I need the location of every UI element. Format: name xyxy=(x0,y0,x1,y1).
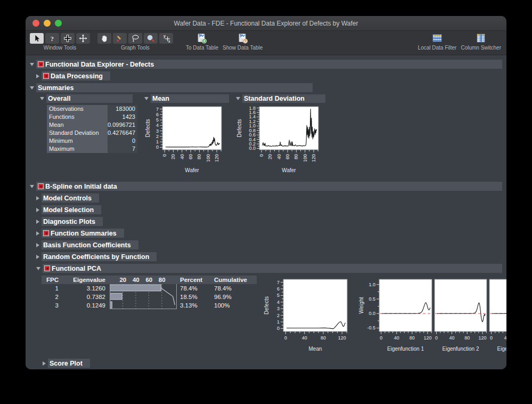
svg-text:3: 3 xyxy=(156,128,159,134)
brush-icon xyxy=(115,34,125,43)
outline-header-bspline[interactable]: B-Spline on Initial data xyxy=(36,182,502,191)
outline-header-score-plot[interactable]: Score Plot xyxy=(48,359,90,368)
disclosure-std-dev[interactable] xyxy=(236,97,240,100)
outline-header-random-coefficients[interactable]: Random Coefficients by Function xyxy=(42,252,157,261)
svg-text:4: 4 xyxy=(277,300,280,305)
svg-text:Wafer: Wafer xyxy=(185,167,199,173)
arrow-tool-button[interactable] xyxy=(30,33,44,44)
svg-text:20: 20 xyxy=(170,154,176,159)
overall-header[interactable]: Overall xyxy=(46,94,133,103)
disclosure-bspline[interactable] xyxy=(30,185,34,188)
overall-row-label: Functions xyxy=(47,113,108,121)
disclosure-model-selection[interactable] xyxy=(36,208,39,212)
red-triangle-menu-icon[interactable] xyxy=(44,265,50,271)
svg-text:5: 5 xyxy=(156,117,159,123)
lasso-tool-button[interactable] xyxy=(128,33,142,44)
outline-header-model-selection[interactable]: Model Selection xyxy=(42,205,101,214)
svg-text:80: 80 xyxy=(410,335,415,341)
red-triangle-menu-icon[interactable] xyxy=(43,230,49,236)
pca-table-cell: 78.4% xyxy=(178,285,212,292)
mean-header[interactable]: Mean xyxy=(151,94,229,103)
title-bar[interactable]: Wafer Data - FDE - Functional Data Explo… xyxy=(26,16,506,31)
to-data-table-button[interactable]: To Data Table xyxy=(186,33,218,51)
eigenfunction-1-chart[interactable]: -0.50.00.51.0Weight04080120Eigenfunction… xyxy=(358,275,433,355)
column-switcher-button[interactable]: Column Switcher xyxy=(461,33,501,51)
disclosure-summaries[interactable] xyxy=(30,86,34,90)
eigenfunction-3-chart[interactable]: 04080120Eigenfunction 3 xyxy=(488,275,506,355)
disclosure-functional-pca[interactable] xyxy=(36,267,40,270)
red-triangle-menu-icon[interactable] xyxy=(38,183,44,189)
app-window: Wafer Data - FDE - Functional Data Explo… xyxy=(26,16,506,369)
move-tool-button[interactable] xyxy=(76,33,90,44)
svg-text:4: 4 xyxy=(156,123,159,128)
disclosure-model-controls[interactable] xyxy=(36,196,39,200)
disclosure-overall[interactable] xyxy=(40,97,44,100)
overall-row-value: 7 xyxy=(108,145,137,153)
overall-table-row: Standard Deviation0.4276647 xyxy=(47,129,137,137)
svg-text:Wafer: Wafer xyxy=(282,167,296,173)
grabber-tool-button[interactable] xyxy=(97,33,111,44)
brush-tool-button[interactable] xyxy=(113,33,127,44)
functional-pca-content: FPCEigenvalue20406080PercentCumulative13… xyxy=(42,274,502,355)
svg-text:40: 40 xyxy=(302,335,307,341)
close-button[interactable] xyxy=(32,20,39,27)
svg-text:7: 7 xyxy=(156,107,159,112)
outline-header-basis-function-coefficients[interactable]: Basis Function Coefficients xyxy=(42,240,138,249)
pca-table-cell: 78.4% xyxy=(212,285,257,292)
outline-header-summaries[interactable]: Summaries xyxy=(36,83,313,92)
svg-text:Eigenfunction 3: Eigenfunction 3 xyxy=(497,346,506,352)
pca-table-cell: 3.1260 xyxy=(62,285,109,292)
show-data-table-button[interactable]: Show Data Table xyxy=(223,33,263,51)
pca-table-cell: 0.1249 xyxy=(62,302,109,309)
crosshair-tool-button[interactable]: yx xyxy=(159,33,173,44)
local-data-filter-button[interactable]: Local Data Filter xyxy=(418,33,457,51)
std-dev-panel: Standard Deviation 0.00.20.40.60.81.01.2… xyxy=(236,94,325,176)
outline-header-data-processing[interactable]: Data Processing xyxy=(42,71,110,80)
svg-text:60: 60 xyxy=(188,154,193,159)
disclosure-mean[interactable] xyxy=(144,97,149,100)
disclosure-random-coefficients[interactable] xyxy=(36,255,39,259)
std-dev-header[interactable]: Standard Deviation xyxy=(242,94,325,103)
eigenfunction-2-chart[interactable]: 04080120Eigenfunction 2 xyxy=(433,275,488,355)
svg-text:80: 80 xyxy=(321,335,326,341)
svg-text:Eigenfunction 1: Eigenfunction 1 xyxy=(387,346,424,352)
disclosure-function-summaries[interactable] xyxy=(36,231,39,236)
svg-text:120: 120 xyxy=(214,154,219,162)
fat-cross-icon xyxy=(63,34,72,43)
red-triangle-menu-icon[interactable] xyxy=(38,61,44,67)
disclosure-score-plot[interactable] xyxy=(43,361,46,366)
magnifier-icon xyxy=(146,34,155,43)
svg-text:-0.5: -0.5 xyxy=(367,325,375,330)
disclosure-data-processing[interactable] xyxy=(36,74,39,78)
fpca-mean-chart[interactable]: 01234567Defects04080120Mean xyxy=(263,275,354,355)
svg-text:0: 0 xyxy=(380,335,382,341)
selection-tool-button[interactable] xyxy=(61,33,75,44)
outline-header-root[interactable]: Functional Data Explorer - Defects xyxy=(36,60,502,69)
disclosure-diagnostic-plots[interactable] xyxy=(36,220,39,224)
magnifier-tool-button[interactable] xyxy=(144,33,158,44)
help-tool-button[interactable]: ? xyxy=(45,33,59,44)
overall-row-value: 0 xyxy=(108,137,137,145)
outline-header-functional-pca[interactable]: Functional PCA xyxy=(43,264,502,273)
minimize-button[interactable] xyxy=(44,20,51,27)
mean-chart[interactable]: 01234567Defects020406080100120Wafer xyxy=(144,104,229,176)
red-triangle-menu-icon[interactable] xyxy=(43,73,49,79)
outline-header-function-summaries[interactable]: Function Summaries xyxy=(42,229,124,238)
svg-text:0: 0 xyxy=(259,154,264,157)
svg-text:3: 3 xyxy=(277,306,280,311)
overall-row-label: Minimum xyxy=(47,137,108,145)
show-data-table-icon xyxy=(237,33,249,44)
outline-header-diagnostic-plots[interactable]: Diagnostic Plots xyxy=(42,217,103,226)
svg-text:Defects: Defects xyxy=(264,296,269,314)
overall-table-row: Mean0.0996721 xyxy=(47,121,137,129)
disclosure-root[interactable] xyxy=(30,63,34,66)
svg-text:y: y xyxy=(163,34,166,38)
graph-tools-label: Graph Tools xyxy=(121,45,150,51)
overall-table-row: Maximum7 xyxy=(47,145,137,153)
outline-header-model-controls[interactable]: Model Controls xyxy=(42,193,99,203)
disclosure-basis-function-coefficients[interactable] xyxy=(36,243,39,247)
fpc-pareto-chart[interactable] xyxy=(109,283,178,311)
zoom-button[interactable] xyxy=(55,20,62,27)
svg-text:1.8: 1.8 xyxy=(249,106,256,111)
std-dev-chart[interactable]: 0.00.20.40.60.81.01.21.41.61.8Defects020… xyxy=(236,104,325,176)
